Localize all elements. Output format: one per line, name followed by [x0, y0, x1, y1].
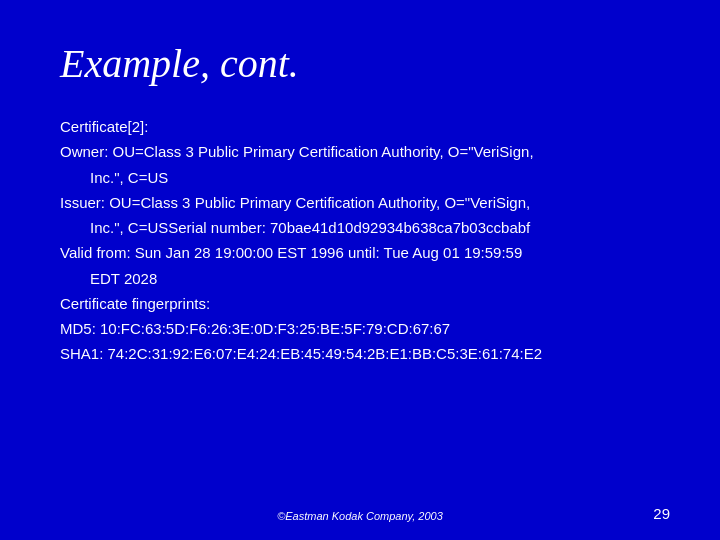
issuer-line2: Inc.", C=USSerial number: 70bae41d10d929… — [60, 216, 660, 239]
cert-label: Certificate[2]: — [60, 115, 660, 138]
valid-line1: Valid from: Sun Jan 28 19:00:00 EST 1996… — [60, 241, 660, 264]
md5-fingerprint: MD5: 10:FC:63:5D:F6:26:3E:0D:F3:25:BE:5F… — [60, 317, 660, 340]
fingerprints-label: Certificate fingerprints: — [60, 292, 660, 315]
slide-footer: ©Eastman Kodak Company, 2003 — [0, 510, 720, 522]
owner-line1: Owner: OU=Class 3 Public Primary Certifi… — [60, 140, 660, 163]
issuer-line1: Issuer: OU=Class 3 Public Primary Certif… — [60, 191, 660, 214]
page-number: 29 — [653, 505, 670, 522]
slide: Example, cont. Certificate[2]: Owner: OU… — [0, 0, 720, 540]
valid-line2: EDT 2028 — [60, 267, 660, 290]
copyright-text: ©Eastman Kodak Company, 2003 — [277, 510, 443, 522]
owner-line2: Inc.", C=US — [60, 166, 660, 189]
slide-content: Certificate[2]: Owner: OU=Class 3 Public… — [60, 115, 660, 366]
sha1-fingerprint: SHA1: 74:2C:31:92:E6:07:E4:24:EB:45:49:5… — [60, 342, 660, 365]
slide-title: Example, cont. — [60, 40, 660, 87]
